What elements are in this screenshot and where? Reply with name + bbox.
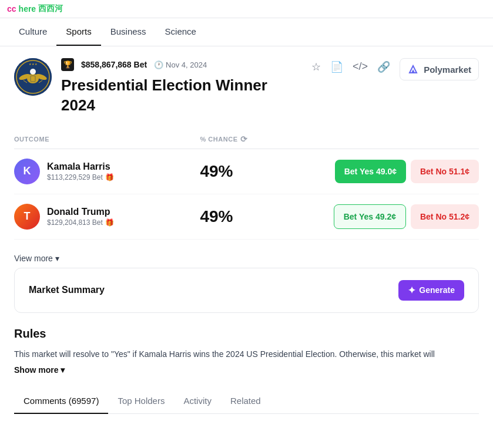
brand-here: here <box>19 4 36 14</box>
kamala-avatar: K <box>14 159 40 184</box>
nav-item-business[interactable]: Business <box>101 18 156 46</box>
market-title: Presidential Election Winner 2024 <box>61 76 300 116</box>
clock-icon: 🕐 <box>154 60 163 69</box>
outcome-col-header: OUTCOME <box>14 136 200 143</box>
chevron-down-icon: ▾ <box>61 365 65 375</box>
market-summary-title: Market Summary <box>29 285 105 295</box>
market-info: 🏆 $858,867,868 Bet 🕐 Nov 4, 2024 Preside… <box>61 58 300 116</box>
polymarket-badge[interactable]: Polymarket <box>400 58 479 80</box>
outcomes-table: OUTCOME % CHANCE ⟳ K Kamala Harris $113,… <box>14 130 479 240</box>
tab-top-holders[interactable]: Top Holders <box>108 389 174 414</box>
brand-cc: cc <box>7 4 16 14</box>
trump-bet-yes-button[interactable]: Bet Yes 49.2¢ <box>334 204 406 229</box>
kamala-bet: $113,229,529 Bet 🎁 <box>47 173 114 181</box>
tabs: Comments (69597) Top Holders Activity Re… <box>14 389 479 414</box>
main-content: ★ ★ ★ ★ ★ 🏆 $858,867,868 Bet 🕐 Nov 4, 20… <box>0 46 493 426</box>
chevron-down-icon: ▾ <box>55 254 59 263</box>
bet-amount: $858,867,868 Bet <box>81 60 147 69</box>
rules-section: Rules This market will resolve to "Yes" … <box>14 327 479 375</box>
trophy-badge: 🏆 <box>61 58 74 71</box>
kamala-info: Kamala Harris $113,229,529 Bet 🎁 <box>47 161 114 181</box>
tab-related[interactable]: Related <box>221 389 270 414</box>
trump-name: Donald Trump <box>47 207 114 217</box>
brand: cc here 西西河 <box>7 4 63 14</box>
polymarket-label: Polymarket <box>424 65 471 75</box>
outcomes-header: OUTCOME % CHANCE ⟳ <box>14 130 479 149</box>
kamala-name: Kamala Harris <box>47 161 114 172</box>
trump-bet-no-button[interactable]: Bet No 51.2¢ <box>411 204 479 229</box>
market-date: Nov 4, 2024 <box>166 60 207 69</box>
nav-item-sports[interactable]: Sports <box>56 18 100 46</box>
nav-item-science[interactable]: Science <box>156 18 206 46</box>
sparkle-icon: ✦ <box>408 285 415 296</box>
trump-avatar: T <box>14 204 40 230</box>
date-info: 🕐 Nov 4, 2024 <box>154 60 207 69</box>
outcome-row-trump: T Donald Trump $129,204,813 Bet 🎁 49% Be… <box>14 194 479 240</box>
market-summary-card: Market Summary ✦ Generate <box>14 268 479 313</box>
rules-title: Rules <box>14 327 479 341</box>
svg-marker-13 <box>411 69 415 73</box>
svg-rect-6 <box>31 76 35 82</box>
brand-chinese: 西西河 <box>38 4 63 14</box>
market-header: ★ ★ ★ ★ ★ 🏆 $858,867,868 Bet 🕐 Nov 4, 20… <box>14 58 479 116</box>
kamala-chance: 49% <box>200 162 293 181</box>
outcome-row-kamala: K Kamala Harris $113,229,529 Bet 🎁 49% B… <box>14 149 479 194</box>
trump-gift-icon[interactable]: 🎁 <box>105 218 114 227</box>
market-actions: ☆ 📄 </> 🔗 Polymarket <box>309 58 479 80</box>
tab-activity[interactable]: Activity <box>174 389 221 414</box>
main-nav: Culture Sports Business Science <box>0 18 493 46</box>
nav-item-culture[interactable]: Culture <box>9 18 56 46</box>
market-meta: 🏆 $858,867,868 Bet 🕐 Nov 4, 2024 <box>61 58 300 71</box>
trump-info: Donald Trump $129,204,813 Bet 🎁 <box>47 207 114 227</box>
link-icon[interactable]: 🔗 <box>375 58 393 76</box>
presidential-seal-icon: ★ ★ ★ ★ ★ <box>14 58 52 96</box>
market-logo: ★ ★ ★ ★ ★ <box>14 58 52 96</box>
rules-text: This market will resolve to "Yes" if Kam… <box>14 348 479 361</box>
polymarket-icon <box>407 63 419 75</box>
svg-text:★ ★ ★: ★ ★ ★ <box>29 62 38 66</box>
refresh-icon[interactable]: ⟳ <box>240 134 248 144</box>
trump-bet: $129,204,813 Bet 🎁 <box>47 218 114 227</box>
view-more-button[interactable]: View more ▾ <box>14 249 479 268</box>
kamala-gift-icon[interactable]: 🎁 <box>105 173 114 181</box>
code-icon[interactable]: </> <box>350 58 370 76</box>
trump-chance: 49% <box>200 207 293 226</box>
trump-actions: Bet Yes 49.2¢ Bet No 51.2¢ <box>293 204 479 229</box>
tab-comments[interactable]: Comments (69597) <box>14 389 108 414</box>
outcome-person-trump: T Donald Trump $129,204,813 Bet 🎁 <box>14 204 200 230</box>
kamala-bet-yes-button[interactable]: Bet Yes 49.0¢ <box>335 160 406 183</box>
document-icon[interactable]: 📄 <box>328 58 346 76</box>
kamala-actions: Bet Yes 49.0¢ Bet No 51.1¢ <box>293 160 479 183</box>
kamala-bet-no-button[interactable]: Bet No 51.1¢ <box>411 160 479 183</box>
top-bar: cc here 西西河 <box>0 0 493 18</box>
outcome-person-kamala: K Kamala Harris $113,229,529 Bet 🎁 <box>14 159 200 184</box>
show-more-button[interactable]: Show more ▾ <box>14 365 479 375</box>
svg-point-5 <box>30 69 36 75</box>
chance-col-header: % CHANCE ⟳ <box>200 134 293 144</box>
bookmark-icon[interactable]: ☆ <box>309 58 323 76</box>
generate-button[interactable]: ✦ Generate <box>398 280 464 301</box>
